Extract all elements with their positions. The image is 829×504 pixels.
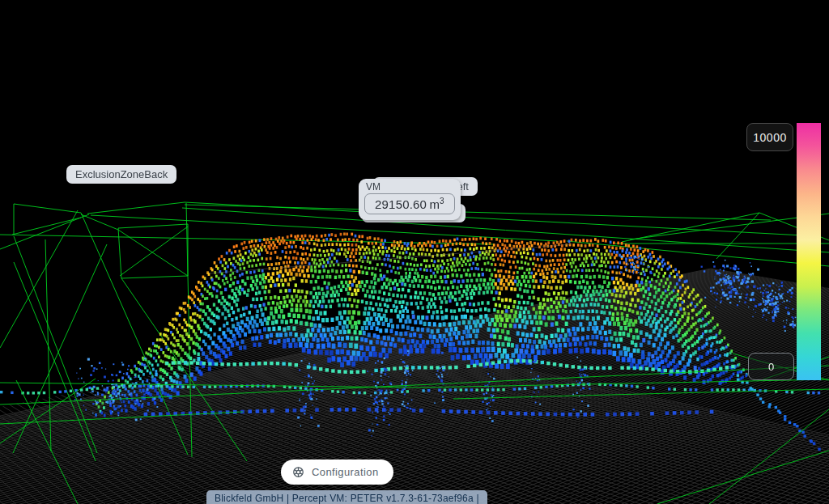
configuration-button-label: Configuration bbox=[312, 466, 379, 478]
pointcloud-canvas[interactable] bbox=[0, 0, 829, 504]
vm-panel-title: VM bbox=[366, 181, 455, 193]
vm-value-box: 29150.60 m3 bbox=[364, 193, 455, 214]
footer-version-bar: Blickfeld GmbH | Percept VM: PETER v1.7.… bbox=[206, 490, 487, 504]
configuration-button[interactable]: Configuration bbox=[281, 460, 393, 485]
colorbar-min-label: 0 bbox=[748, 353, 794, 380]
vm-value: 29150.60 bbox=[375, 197, 427, 211]
colorbar-max-label: 10000 bbox=[746, 123, 793, 151]
gear-icon bbox=[292, 466, 304, 478]
zone-label-back: ExclusionZoneBack bbox=[66, 165, 176, 184]
percept-3d-view: ExclusionZoneBack ExclusionZoneTop Exclu… bbox=[0, 0, 829, 504]
vm-unit: m3 bbox=[429, 197, 444, 211]
vm-measurement-panel: VM 29150.60 m3 bbox=[359, 179, 461, 220]
colorbar bbox=[797, 123, 821, 380]
